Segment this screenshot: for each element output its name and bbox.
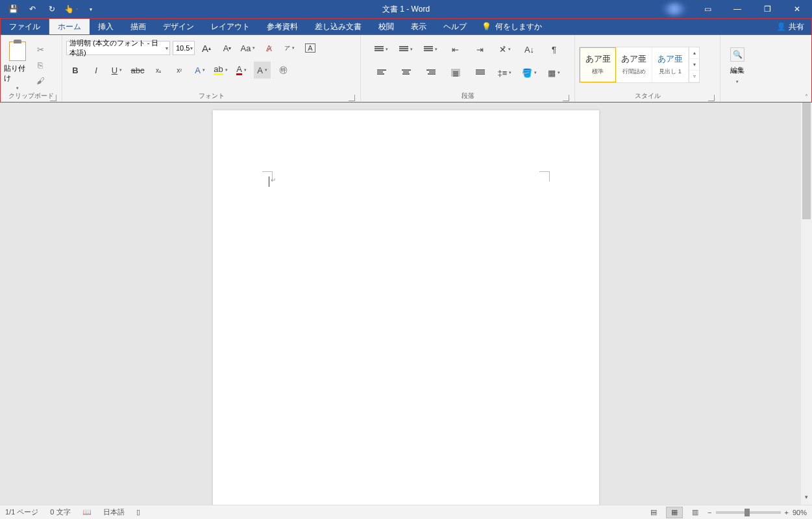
tell-me[interactable]: 💡 何をしますか: [475, 19, 548, 34]
tab-layout[interactable]: レイアウト: [203, 19, 258, 34]
phonetic-guide-icon[interactable]: ア: [281, 40, 298, 56]
tab-mailings[interactable]: 差し込み文書: [306, 19, 370, 34]
font-color-icon[interactable]: A: [233, 62, 250, 78]
underline-button[interactable]: U: [108, 62, 125, 78]
tab-design[interactable]: デザイン: [154, 19, 203, 34]
font-launcher[interactable]: [349, 95, 355, 101]
clipboard-launcher[interactable]: [50, 95, 56, 101]
shading-icon[interactable]: 🪣: [521, 64, 538, 81]
clear-formatting-icon[interactable]: A̷: [260, 40, 277, 56]
status-language[interactable]: 日本語: [103, 507, 125, 517]
group-label-clipboard: クリップボード: [8, 92, 54, 99]
tab-review[interactable]: 校閲: [370, 19, 402, 34]
zoom-in-icon[interactable]: +: [785, 509, 789, 516]
status-macro-icon[interactable]: ▯: [136, 508, 140, 516]
text-cursor: [269, 176, 269, 187]
tab-file[interactable]: ファイル: [0, 19, 49, 34]
paste-button[interactable]: 貼り付け ▾: [4, 38, 31, 91]
decrease-indent-icon[interactable]: ⇤: [447, 41, 464, 58]
align-justify-icon[interactable]: [447, 64, 464, 81]
strikethrough-button[interactable]: abc: [129, 62, 146, 78]
status-spellcheck-icon[interactable]: 📖: [82, 508, 92, 516]
align-center-icon[interactable]: [398, 64, 415, 81]
undo-icon[interactable]: ↶: [23, 0, 42, 18]
view-print-icon[interactable]: ▦: [666, 507, 683, 518]
collapse-ribbon-icon[interactable]: ˄: [805, 93, 808, 101]
share-button[interactable]: 👤 共有: [769, 19, 812, 34]
status-bar: 1/1 ページ 0 文字 📖 日本語 ▯ ▤ ▦ ▥ − + 90%: [0, 505, 812, 519]
styles-more[interactable]: ▴▾▿: [689, 47, 699, 82]
editing-label[interactable]: 編集: [730, 66, 744, 75]
grow-font-icon[interactable]: A▴: [198, 40, 215, 56]
zoom-slider[interactable]: [716, 511, 781, 514]
cut-icon[interactable]: ✂: [34, 45, 47, 56]
zoom-out-icon[interactable]: −: [707, 509, 711, 516]
account-avatar[interactable]: [663, 3, 686, 16]
lightbulb-icon: 💡: [482, 22, 491, 31]
save-icon[interactable]: 💾: [4, 0, 22, 18]
qat-customize-icon[interactable]: ▾: [82, 0, 100, 18]
view-read-icon[interactable]: ▤: [645, 507, 662, 518]
paragraph-launcher[interactable]: [563, 95, 569, 101]
style-no-spacing[interactable]: あア亜 行間詰め: [616, 47, 652, 82]
show-marks-icon[interactable]: ¶: [546, 41, 563, 58]
text-effects-icon[interactable]: A: [191, 62, 208, 78]
distributed-icon[interactable]: [472, 64, 489, 81]
shrink-font-icon[interactable]: A▾: [219, 40, 236, 56]
font-name-combo[interactable]: 游明朝 (本文のフォント - 日本語): [66, 41, 170, 55]
borders-icon[interactable]: ▦: [546, 64, 563, 81]
enclose-characters-icon[interactable]: A: [302, 40, 319, 56]
group-label-styles: スタイル: [635, 92, 661, 99]
align-left-icon[interactable]: [373, 64, 390, 81]
multilevel-list-icon[interactable]: [423, 41, 439, 58]
tab-view[interactable]: 表示: [402, 19, 435, 34]
vertical-scrollbar[interactable]: ▾: [801, 103, 812, 505]
font-size-combo[interactable]: 10.5: [173, 41, 195, 55]
format-painter-icon[interactable]: 🖌: [34, 76, 47, 88]
status-page[interactable]: 1/1 ページ: [5, 507, 38, 517]
maximize-icon[interactable]: ❐: [752, 0, 782, 18]
tab-insert[interactable]: 挿入: [90, 19, 122, 34]
scrollbar-thumb[interactable]: [802, 103, 811, 219]
minimize-icon[interactable]: —: [722, 0, 752, 18]
bold-button[interactable]: B: [67, 62, 84, 78]
change-case-icon[interactable]: Aa: [240, 40, 256, 56]
document-page[interactable]: [213, 110, 599, 505]
tab-help[interactable]: ヘルプ: [435, 19, 475, 34]
superscript-button[interactable]: x: [171, 62, 188, 78]
italic-button[interactable]: I: [88, 62, 105, 78]
tab-references[interactable]: 参考資料: [258, 19, 306, 34]
close-icon[interactable]: ✕: [782, 0, 812, 18]
redo-icon[interactable]: ↻: [43, 0, 61, 18]
enclose-character-icon[interactable]: ㊕: [275, 62, 291, 78]
asian-layout-icon[interactable]: ✕̂: [497, 41, 513, 58]
status-word-count[interactable]: 0 文字: [50, 507, 70, 517]
group-paragraph: ⇤ ⇥ ✕̂ A↓ ¶ ‡≡ 🪣 ▦ 段落: [361, 35, 575, 102]
line-spacing-icon[interactable]: ‡≡: [497, 64, 513, 81]
numbering-icon[interactable]: [398, 41, 415, 58]
tab-draw[interactable]: 描画: [122, 19, 154, 34]
ribbon-tabs: ファイル ホーム 挿入 描画 デザイン レイアウト 参考資料 差し込み文書 校閲…: [0, 18, 812, 35]
character-shading-icon[interactable]: A: [254, 62, 271, 78]
increase-indent-icon[interactable]: ⇥: [472, 41, 489, 58]
find-icon[interactable]: 🔍: [730, 47, 744, 62]
style-heading1[interactable]: あア亜 見出し 1: [652, 47, 689, 82]
zoom-level[interactable]: 90%: [793, 509, 807, 516]
title-bar: 💾 ↶ ↻ 👆 ▾ 文書 1 - Word ▭ — ❐ ✕: [0, 0, 812, 18]
subscript-button[interactable]: x: [150, 62, 167, 78]
tab-home[interactable]: ホーム: [49, 19, 90, 34]
scroll-down-icon[interactable]: ▾: [801, 494, 812, 505]
styles-launcher[interactable]: [708, 95, 715, 101]
group-label-font: フォント: [199, 92, 225, 99]
align-right-icon[interactable]: [423, 64, 439, 81]
ribbon-display-icon[interactable]: ▭: [693, 0, 722, 18]
zoom-slider-thumb[interactable]: [744, 509, 750, 516]
copy-icon[interactable]: ⎘: [34, 60, 47, 72]
sort-icon[interactable]: A↓: [521, 41, 538, 58]
view-web-icon[interactable]: ▥: [687, 507, 704, 518]
highlight-color-icon[interactable]: ab: [212, 62, 229, 78]
group-font: 游明朝 (本文のフォント - 日本語) 10.5 A▴ A▾ Aa A̷ ア A…: [62, 35, 361, 102]
touch-mode-icon[interactable]: 👆: [62, 0, 80, 18]
style-normal[interactable]: あア亜 標準: [580, 47, 616, 82]
bullets-icon[interactable]: [373, 41, 390, 58]
